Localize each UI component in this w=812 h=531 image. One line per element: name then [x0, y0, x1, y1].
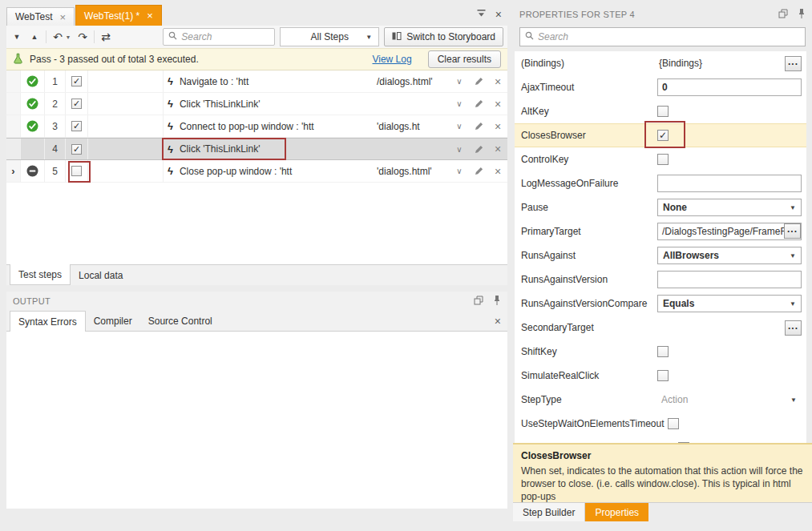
property-checkbox[interactable]: ✓ [657, 130, 669, 141]
property-name: ControlKey [521, 154, 657, 165]
switch-to-storyboard-button[interactable]: Switch to Storyboard [384, 27, 503, 46]
property-input[interactable]: /DialogsTestingPage/FrameFra [657, 223, 802, 240]
tab-step-builder[interactable]: Step Builder [513, 503, 585, 521]
steps-search-box[interactable] [163, 28, 275, 46]
collapse-all-icon[interactable]: ▼ [10, 34, 23, 41]
property-checkbox[interactable] [668, 418, 679, 429]
property-name: ShiftKey [521, 346, 657, 357]
step-enabled-checkbox[interactable]: ✓ [71, 76, 82, 86]
edit-step-icon[interactable] [469, 139, 488, 159]
step-menu-chevron-icon[interactable]: ∨ [450, 115, 469, 137]
close-output-icon[interactable]: × [495, 315, 501, 328]
edit-step-icon[interactable] [469, 160, 488, 182]
delete-step-icon[interactable]: × [488, 115, 507, 137]
property-checkbox[interactable] [657, 154, 669, 165]
document-tab[interactable]: WebTest× [6, 7, 75, 26]
undo-menu-caret-icon[interactable]: ▼ [65, 34, 71, 40]
step-content: ϟClick 'ThisLinkLink' [164, 139, 370, 159]
property-input[interactable] [657, 78, 802, 96]
ellipsis-button[interactable]: ... [785, 56, 802, 71]
delete-step-icon[interactable]: × [488, 93, 507, 115]
property-row[interactable]: UseStepWaitOnElementsTimeout [515, 412, 806, 436]
clear-results-button[interactable]: Clear results [428, 50, 501, 68]
edit-step-icon[interactable] [469, 115, 488, 137]
output-panel-title: OUTPUT [13, 296, 50, 306]
close-tab-icon[interactable]: × [59, 12, 66, 22]
properties-search-input[interactable] [538, 31, 800, 42]
steps-filter-dropdown[interactable]: All Steps ▼ [280, 27, 379, 46]
property-row[interactable] [515, 436, 806, 443]
property-editor [657, 78, 802, 96]
tab-source-control[interactable]: Source Control [140, 311, 220, 331]
document-tab[interactable]: WebTest(1) *× [75, 5, 162, 26]
step-label: Click 'ThisLinkLink' [180, 143, 261, 155]
property-row[interactable]: ControlKey [515, 147, 806, 171]
property-row[interactable]: LogMessageOnFailure [515, 171, 806, 195]
step-enabled-checkbox[interactable]: ✓ [71, 121, 82, 131]
property-name: RunsAgainstVersionCompare [521, 298, 657, 309]
property-select[interactable]: None▼ [657, 199, 802, 216]
tab-properties[interactable]: Properties [585, 503, 648, 521]
pin-icon[interactable] [493, 295, 501, 308]
property-row[interactable]: ShiftKey [515, 340, 806, 364]
float-window-icon[interactable] [474, 296, 483, 307]
step-menu-chevron-icon[interactable]: ∨ [450, 70, 469, 92]
property-select[interactable]: Equals▼ [657, 295, 802, 312]
tab-test-steps[interactable]: Test steps [10, 264, 71, 285]
ellipsis-button[interactable]: ... [785, 320, 802, 336]
dock-position-icon[interactable] [477, 9, 486, 20]
delete-step-icon[interactable]: × [488, 160, 507, 182]
test-step-row[interactable]: 3✓ϟConnect to pop-up window : 'htt'dialo… [6, 115, 507, 138]
tab-compiler[interactable]: Compiler [86, 311, 140, 331]
ellipsis-button[interactable]: ... [784, 223, 801, 239]
property-row[interactable]: PauseNone▼ [515, 195, 806, 219]
redo-icon[interactable]: ↷ [76, 31, 89, 42]
property-input[interactable] [657, 175, 802, 192]
document-tabs: WebTest×WebTest(1) *× [6, 5, 163, 26]
property-row[interactable]: RunsAgainstVersionCompareEquals▼ [515, 292, 806, 316]
properties-bottom-tabs: Step BuilderProperties [513, 502, 812, 521]
steps-search-input[interactable] [181, 31, 269, 42]
edit-step-icon[interactable] [469, 70, 488, 92]
property-row[interactable]: SimulateRealClick [515, 364, 806, 388]
property-checkbox[interactable] [657, 106, 669, 117]
delete-step-icon[interactable]: × [488, 70, 507, 92]
property-row[interactable]: (Bindings){Bindings}... [515, 51, 806, 75]
view-log-link[interactable]: View Log [372, 54, 411, 65]
tab-local-data[interactable]: Local data [71, 265, 131, 285]
property-row[interactable]: SecondaryTarget... [515, 316, 806, 340]
undo-icon[interactable]: ↶ [51, 31, 64, 42]
float-window-icon[interactable] [778, 9, 788, 20]
step-menu-chevron-icon[interactable]: ∨ [450, 160, 469, 182]
properties-search-box[interactable] [519, 27, 806, 46]
property-input[interactable] [657, 271, 802, 288]
property-row[interactable]: AltKey [515, 99, 806, 123]
test-step-row[interactable]: 4✓ϟClick 'ThisLinkLink'∨× [6, 138, 507, 160]
property-row[interactable]: PrimaryTarget/DialogsTestingPage/FrameFr… [515, 219, 806, 243]
close-panel-icon[interactable]: × [495, 8, 502, 21]
step-status-icon [21, 115, 45, 137]
step-enabled-checkbox[interactable] [71, 166, 82, 176]
step-menu-chevron-icon[interactable]: ∨ [450, 93, 469, 115]
insert-step-icon[interactable]: ⇄ [99, 31, 112, 42]
test-step-row[interactable]: 2✓ϟClick 'ThisLinkLink'∨× [6, 93, 507, 115]
property-checkbox[interactable] [657, 370, 669, 381]
property-row[interactable]: ClosesBrowser✓ [515, 123, 806, 147]
tab-syntax-errors[interactable]: Syntax Errors [10, 311, 86, 332]
step-enabled-checkbox[interactable]: ✓ [71, 144, 82, 155]
step-enabled-checkbox[interactable]: ✓ [71, 99, 82, 109]
test-step-row[interactable]: 1✓ϟNavigate to : 'htt/dialogs.html'∨× [6, 70, 507, 93]
step-menu-chevron-icon[interactable]: ∨ [450, 139, 469, 159]
pin-icon[interactable] [798, 8, 806, 21]
property-row[interactable]: AjaxTimeout [515, 75, 806, 99]
delete-step-icon[interactable]: × [488, 139, 507, 159]
close-tab-icon[interactable]: × [147, 10, 153, 21]
test-step-row[interactable]: ›5ϟClose pop-up window : 'htt'dialogs.ht… [6, 160, 507, 183]
property-select[interactable]: AllBrowsers▼ [657, 247, 802, 264]
property-row[interactable]: StepTypeAction▼ [515, 388, 806, 412]
property-row[interactable]: RunsAgainstAllBrowsers▼ [515, 243, 806, 268]
property-checkbox[interactable] [657, 346, 669, 357]
edit-step-icon[interactable] [469, 93, 488, 115]
expand-all-icon[interactable]: ▲ [28, 34, 41, 41]
property-row[interactable]: RunsAgainstVersion [515, 268, 806, 292]
